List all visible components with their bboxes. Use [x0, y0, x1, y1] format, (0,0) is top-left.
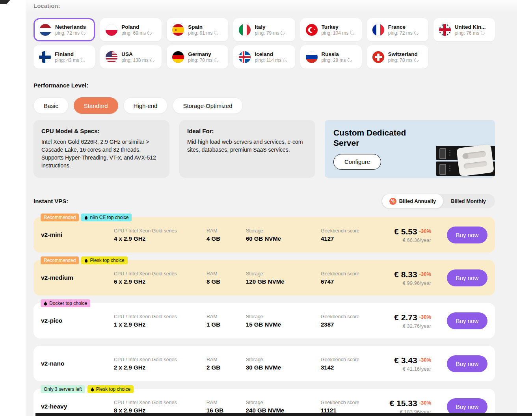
tab-high-end[interactable]: High-end [123, 97, 168, 114]
ram-column-label: RAM [206, 314, 246, 319]
location-card-netherlands[interactable]: Netherlands ping: 72 ms [33, 18, 95, 41]
ping-label: ping: 70 ms [188, 58, 218, 63]
discount-percent: -30% [419, 271, 431, 277]
france-flag-icon [372, 24, 384, 36]
badge-label: Plesk top choice [90, 258, 124, 263]
recommended-badge: Recommended [41, 214, 79, 221]
ideal-for-body: Mid-high load web-servers and services, … [187, 138, 307, 154]
cpu-specs-title: CPU Model & Specs: [41, 128, 162, 134]
tab-storage-optimized[interactable]: Storage-Optimized [173, 97, 242, 114]
location-name: Finland [55, 51, 85, 57]
tab-basic[interactable]: Basic [33, 97, 69, 114]
location-card-finland[interactable]: Finland ping: 43 ms [33, 45, 95, 69]
refresh-icon[interactable] [346, 57, 352, 63]
location-card-france[interactable]: France ping: 72 ms [367, 18, 428, 41]
storage-column-label: Storage [246, 314, 321, 319]
cpu-value: 1 x 2.9 GHz [114, 321, 206, 328]
location-card-spain[interactable]: Spain ping: 91 ms [167, 18, 228, 41]
cpu-column-label: CPU / Intel Xeon Gold series [114, 314, 206, 319]
buy-now-button[interactable]: Buy now [447, 227, 487, 243]
badge-label: Only 3 servers left [44, 386, 82, 392]
cpu-specs-card: CPU Model & Specs: Intel Xeon Gold 6226R… [33, 120, 169, 178]
cpu-value: 2 x 2.9 GHz [114, 364, 206, 371]
location-name: Iceland [255, 51, 287, 57]
location-name: Spain [188, 24, 218, 30]
ping-label: ping: 91 ms [188, 30, 218, 36]
performance-tabs: Basic Standard High-end Storage-Optimize… [33, 97, 495, 114]
corner-mark [0, 0, 10, 4]
location-card-iceland[interactable]: Iceland ping: 114 ms [233, 45, 295, 69]
plan-name: v2-heavy [41, 403, 114, 410]
billed-monthly-option[interactable]: Billed Monthly [443, 195, 494, 207]
cpu-value: 4 x 2.9 GHz [114, 235, 206, 242]
configure-button[interactable]: Configure [333, 154, 381, 170]
refresh-icon[interactable] [213, 57, 219, 63]
storage-column-label: Storage [246, 400, 321, 405]
refresh-icon[interactable] [147, 30, 153, 36]
price: € 2.73 [394, 313, 417, 322]
usa-flag-icon [106, 51, 117, 63]
location-card-germany[interactable]: Germany ping: 70 ms [167, 45, 228, 69]
ram-column-label: RAM [206, 228, 246, 234]
stock-left-badge: Only 3 servers left [41, 385, 85, 393]
vps-row-v2-medium: Recommended Plesk top choice v2-medium C… [33, 260, 495, 295]
finland-flag-icon [39, 51, 51, 63]
geekbench-column-label: Geekbench score [321, 314, 390, 319]
billed-annually-option[interactable]: % Billed Annually [382, 194, 443, 208]
italy-flag-icon [239, 24, 251, 36]
server-panel [456, 144, 494, 176]
storage-value: 60 GB NVMe [246, 235, 321, 242]
cpu-column-label: CPU / Intel Xeon Gold series [114, 357, 206, 362]
location-name: Poland [121, 24, 152, 30]
ping-label: ping: 104 ms [322, 30, 355, 36]
n8n-top-choice-badge: n8n CE top choice [81, 214, 132, 221]
price-block: € 15.33-30% € 183.96/year [390, 399, 431, 415]
location-name: United Kin... [455, 24, 486, 30]
info-cards-row: CPU Model & Specs: Intel Xeon Gold 6226R… [33, 120, 495, 178]
location-card-italy[interactable]: Italy ping: 79 ms [233, 18, 295, 41]
buy-now-button[interactable]: Buy now [447, 312, 487, 329]
location-card-switzerland[interactable]: Switzerland ping: 78 ms [367, 45, 428, 69]
buy-now-button[interactable]: Buy now [447, 355, 487, 372]
price-per-year: € 41.16/year [394, 366, 431, 372]
tab-standard[interactable]: Standard [74, 97, 118, 114]
switzerland-flag-icon [372, 51, 384, 63]
flame-icon [44, 301, 47, 306]
ideal-for-card: Ideal For: Mid-high load web-servers and… [179, 120, 315, 178]
spain-flag-icon [172, 24, 184, 36]
location-card-united-kingdom[interactable]: United Kin... ping: 76 ms [433, 18, 495, 41]
refresh-icon[interactable] [80, 57, 86, 63]
discount-percent: -30% [419, 228, 431, 234]
discount-percent: -30% [419, 357, 431, 363]
location-name: USA [121, 51, 154, 57]
refresh-icon[interactable] [213, 30, 219, 36]
vps-row-v2-pico: Docker top choice v2-pico CPU / Intel Xe… [33, 303, 495, 338]
storage-column-label: Storage [246, 271, 321, 277]
refresh-icon[interactable] [413, 30, 419, 36]
refresh-icon[interactable] [282, 57, 288, 63]
location-card-poland[interactable]: Poland ping: 69 ms [100, 18, 162, 41]
location-card-turkey[interactable]: Turkey ping: 104 ms [300, 18, 362, 41]
ping-label: ping: 69 ms [121, 30, 152, 36]
price: € 15.33 [390, 399, 417, 408]
refresh-icon[interactable] [280, 30, 286, 36]
refresh-icon[interactable] [149, 57, 155, 63]
vps-row-v2-nano: v2-nano CPU / Intel Xeon Gold series2 x … [33, 346, 495, 381]
cpu-column-label: CPU / Intel Xeon Gold series [114, 228, 206, 234]
refresh-icon[interactable] [413, 57, 419, 63]
location-card-usa[interactable]: USA ping: 138 ms [100, 45, 162, 69]
location-heading: Location: [33, 2, 495, 9]
flame-icon [84, 215, 88, 220]
buy-now-button[interactable]: Buy now [447, 269, 487, 286]
price: € 8.33 [394, 270, 417, 279]
ping-label: ping: 43 ms [55, 58, 85, 63]
ideal-for-title: Ideal For: [187, 128, 307, 134]
vps-row-v2-heavy: Only 3 servers left Plesk top choice v2-… [33, 389, 495, 416]
location-card-russia[interactable]: Russia ping: 28 ms [300, 45, 362, 69]
refresh-icon[interactable] [480, 30, 486, 36]
badge-label: n8n CE top choice [90, 215, 128, 220]
refresh-icon[interactable] [80, 30, 86, 36]
refresh-icon[interactable] [349, 30, 355, 36]
netherlands-flag-icon [39, 24, 51, 36]
ram-column-label: RAM [206, 357, 246, 362]
